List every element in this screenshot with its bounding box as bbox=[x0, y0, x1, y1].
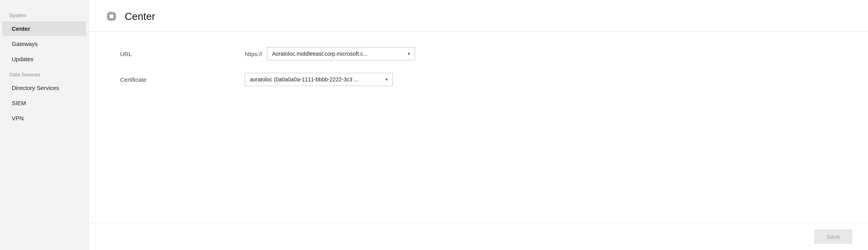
certificate-field: aoratoloc (0a0a0a0a-1111-bbbb-2222-3c3 .… bbox=[245, 73, 393, 86]
save-button[interactable]: Save bbox=[814, 229, 852, 244]
url-label: URL bbox=[120, 51, 245, 57]
system-section-label: System bbox=[0, 8, 88, 21]
cpu-icon bbox=[104, 9, 118, 23]
certificate-label: Certificate bbox=[120, 76, 245, 83]
page-title: Center bbox=[125, 11, 155, 23]
url-prefix: https:// bbox=[245, 51, 262, 57]
certificate-dropdown[interactable]: aoratoloc (0a0a0a0a-1111-bbbb-2222-3c3 .… bbox=[245, 73, 393, 86]
sidebar-item-directory-services[interactable]: Directory Services bbox=[2, 81, 86, 95]
page-body: URL https:// Aoratoloc.middleeast.corp.m… bbox=[89, 32, 868, 223]
page-footer: Save bbox=[89, 223, 868, 250]
sidebar-item-updates[interactable]: Updates bbox=[2, 52, 86, 66]
sidebar-item-vpn[interactable]: VPN bbox=[2, 111, 86, 125]
sidebar: System Center Gateways Updates Data Sour… bbox=[0, 0, 89, 250]
url-row: URL https:// Aoratoloc.middleeast.corp.m… bbox=[120, 47, 837, 60]
svg-rect-1 bbox=[109, 14, 113, 18]
certificate-row: Certificate aoratoloc (0a0a0a0a-1111-bbb… bbox=[120, 73, 837, 86]
certificate-dropdown-value: aoratoloc (0a0a0a0a-1111-bbbb-2222-3c3 .… bbox=[250, 76, 381, 83]
sidebar-item-updates-label: Updates bbox=[12, 56, 34, 62]
url-dropdown-value: Aoratoloc.middleeast.corp.microsoft.c... bbox=[272, 51, 403, 57]
sidebar-item-vpn-label: VPN bbox=[12, 115, 24, 121]
main-content: Center URL https:// Aoratoloc.middleeast… bbox=[89, 0, 868, 250]
url-field: https:// Aoratoloc.middleeast.corp.micro… bbox=[245, 47, 415, 60]
url-dropdown-chevron-icon: ▾ bbox=[408, 51, 410, 56]
sidebar-item-center[interactable]: Center bbox=[2, 21, 86, 36]
page-header: Center bbox=[89, 0, 868, 32]
sidebar-item-siem-label: SIEM bbox=[12, 100, 26, 106]
sidebar-item-gateways[interactable]: Gateways bbox=[2, 37, 86, 51]
sidebar-item-gateways-label: Gateways bbox=[12, 40, 38, 47]
url-dropdown[interactable]: Aoratoloc.middleeast.corp.microsoft.c...… bbox=[267, 47, 415, 60]
sidebar-item-center-label: Center bbox=[12, 25, 30, 32]
sidebar-item-siem[interactable]: SIEM bbox=[2, 96, 86, 110]
certificate-dropdown-chevron-icon: ▾ bbox=[385, 77, 388, 82]
data-sources-section-label: Data Sources bbox=[0, 67, 88, 80]
sidebar-item-directory-services-label: Directory Services bbox=[12, 85, 59, 91]
